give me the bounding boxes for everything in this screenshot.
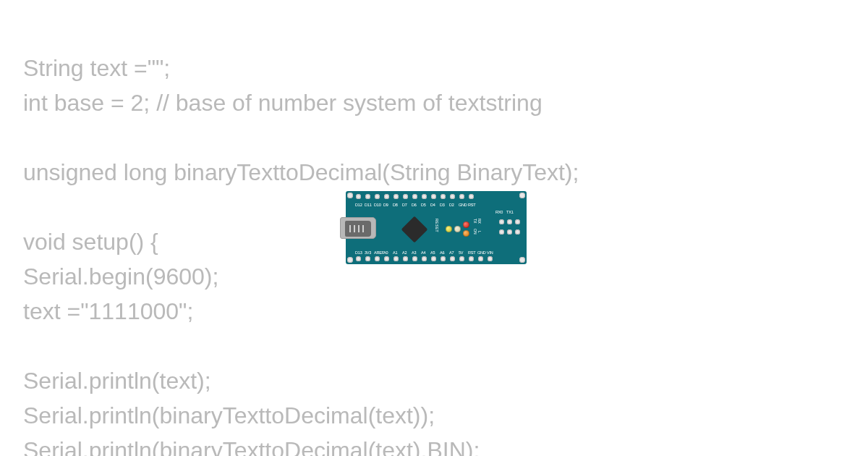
led-orange [463, 230, 469, 237]
pin-hole [469, 194, 474, 199]
arduino-nano-board: RESET TX RX ON L RX0 TX1 D12D11D10D9D8D7… [346, 191, 527, 264]
mount-hole [347, 193, 353, 198]
pin-label: D6 [412, 203, 417, 207]
icsp-hole [515, 219, 520, 224]
pin-label: D13 [355, 250, 362, 255]
led-label-rx: RX [477, 219, 482, 224]
pin-label: A3 [412, 250, 416, 255]
icsp-hole [499, 219, 504, 224]
pin-label: VIN [487, 250, 493, 255]
code-line: Serial.begin(9600); [23, 263, 218, 290]
pin-hole [375, 256, 380, 261]
led-yellow [446, 226, 452, 232]
pin-hole [412, 256, 417, 261]
led-red [463, 221, 469, 228]
pin-label: D11 [365, 203, 372, 207]
code-line: Serial.println(binaryTexttoDecimal(text)… [23, 402, 435, 428]
pin-label: D4 [430, 203, 435, 207]
pin-hole [478, 256, 483, 261]
pin-label: D10 [374, 203, 381, 207]
led-label-l: L [477, 231, 482, 233]
code-line: void setup() { [23, 229, 158, 255]
reset-label: RESET [433, 219, 439, 239]
code-line: Serial.println(text); [23, 368, 211, 394]
pin-label: RST [468, 203, 475, 207]
code-line: String text =""; [23, 55, 170, 81]
icsp-hole [507, 229, 512, 235]
usb-pin [349, 225, 351, 232]
mount-hole [519, 193, 525, 198]
usb-inner [345, 221, 371, 237]
icsp-header [499, 219, 521, 237]
pin-label: A2 [402, 250, 407, 255]
pin-label: D3 [440, 203, 445, 207]
pin-label: D9 [383, 203, 388, 207]
icsp-hole [499, 229, 504, 235]
pin-hole [422, 256, 427, 261]
pin-hole [459, 256, 464, 261]
pin-hole [384, 256, 389, 261]
pin-label: GND [477, 250, 486, 255]
pin-hole [412, 194, 417, 199]
pin-label: A5 [430, 250, 435, 255]
pin-label: A0 [383, 250, 388, 255]
pin-label: D2 [449, 203, 454, 207]
icsp-hole [515, 229, 520, 235]
pin-label: GND [459, 203, 467, 207]
pin-hole [393, 194, 399, 199]
pin-hole [441, 194, 446, 199]
pin-label: D5 [421, 203, 426, 207]
pin-hole [469, 256, 474, 261]
pin-label: D12 [355, 203, 362, 207]
usb-pin [354, 225, 355, 232]
pin-label: A7 [449, 250, 454, 255]
pin-hole [384, 194, 389, 199]
pin-hole [365, 256, 370, 261]
mount-hole [519, 257, 525, 263]
led-offwhite [454, 226, 461, 232]
pin-label: D7 [402, 203, 407, 207]
code-line: text ="1111000"; [23, 298, 193, 324]
pin-hole [450, 194, 455, 199]
pin-hole [356, 194, 361, 199]
mount-hole [347, 257, 353, 263]
code-line: Serial.println(binaryTexttoDecimal(text)… [23, 437, 480, 456]
pin-label: A1 [393, 250, 397, 255]
pin-label: 3V3 [365, 250, 371, 255]
pin-hole [431, 256, 436, 261]
pin-hole [431, 194, 436, 199]
pin-hole [488, 256, 493, 261]
pin-hole [356, 256, 361, 261]
code-line: unsigned long binaryTexttoDecimal(String… [23, 159, 579, 185]
pin-hole [441, 256, 446, 261]
pin-hole [365, 194, 370, 199]
pin-hole [375, 194, 380, 199]
pin-label: D8 [393, 203, 398, 207]
icsp-hole [507, 219, 512, 224]
pin-label: AREF [374, 250, 384, 255]
pin-label: 5V [459, 250, 463, 255]
pin-label-rx0: RX0 [495, 210, 503, 214]
pin-label: A6 [440, 250, 444, 255]
usb-pin [358, 225, 359, 232]
pin-hole [459, 194, 464, 199]
pin-hole [450, 256, 455, 261]
usb-connector [340, 217, 376, 239]
pin-hole [403, 256, 408, 261]
code-line: int base = 2; // base of number system o… [23, 90, 542, 116]
pin-hole [422, 194, 427, 199]
pin-label-tx1: TX1 [506, 210, 514, 214]
pin-label: A4 [421, 250, 425, 255]
pin-hole [403, 194, 408, 199]
pin-hole [393, 256, 399, 261]
pin-label: RST [468, 250, 475, 255]
usb-pin [362, 225, 364, 232]
